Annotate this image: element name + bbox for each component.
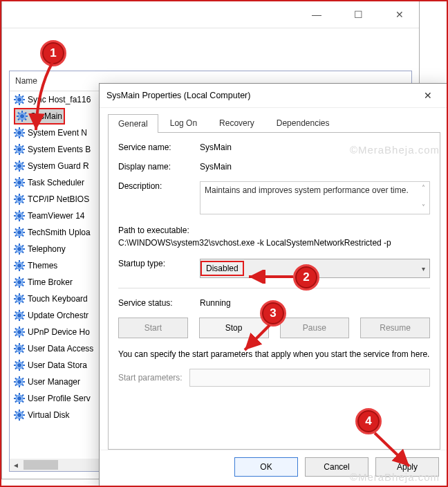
- service-label: TechSmith Uploa: [28, 228, 91, 237]
- gear-icon: [14, 327, 25, 338]
- annotation-marker-4: 4: [355, 408, 382, 434]
- description-scrollbar[interactable]: ˄ ˅: [418, 183, 428, 212]
- gear-icon: [14, 144, 25, 155]
- service-label: Touch Keyboard: [28, 294, 88, 304]
- gear-icon: [14, 227, 25, 238]
- gear-icon: [14, 277, 25, 288]
- service-label: Telephony: [28, 244, 66, 254]
- display-name-value: SysMain: [200, 162, 430, 172]
- dialog-close-button[interactable]: ✕: [414, 85, 442, 106]
- gear-icon: [14, 376, 25, 387]
- gear-icon: [14, 410, 25, 421]
- watermark: ©MeraBheja.com: [350, 471, 440, 483]
- start-params-input: [189, 369, 430, 387]
- gear-icon: [17, 111, 28, 122]
- pause-button[interactable]: Pause: [280, 318, 350, 338]
- svg-point-50: [17, 181, 21, 185]
- service-name-label: Service name:: [118, 143, 200, 152]
- service-label: System Event N: [28, 128, 87, 138]
- svg-point-150: [17, 347, 21, 351]
- service-label: Task Scheduler: [28, 178, 84, 187]
- service-label: SysMain: [30, 111, 62, 121]
- scroll-left-arrow[interactable]: ◄: [10, 459, 22, 471]
- service-label: TeamViewer 14: [28, 211, 85, 221]
- ok-button[interactable]: OK: [234, 457, 298, 477]
- parent-titlebar: — ☐ ✕: [2, 1, 419, 28]
- gear-icon: [14, 343, 25, 354]
- startup-type-value: Disabled: [200, 261, 244, 276]
- gear-icon: [14, 310, 25, 321]
- gear-icon: [14, 260, 25, 271]
- svg-point-70: [17, 214, 21, 218]
- svg-point-130: [17, 313, 21, 318]
- general-tab-panel: Service name: SysMain Display name: SysM…: [108, 133, 440, 450]
- gear-icon: [14, 94, 25, 105]
- start-params-label: Start parameters:: [118, 373, 183, 383]
- gear-icon: [14, 127, 25, 138]
- gear-icon: [14, 194, 25, 205]
- gear-icon: [14, 360, 25, 371]
- svg-point-90: [17, 247, 21, 251]
- service-label: UPnP Device Ho: [28, 327, 90, 337]
- service-status-label: Service status:: [118, 298, 200, 308]
- tab-logon[interactable]: Log On: [160, 113, 207, 132]
- service-label: Time Broker: [28, 277, 73, 287]
- display-name-label: Display name:: [118, 162, 200, 172]
- svg-point-170: [17, 380, 21, 384]
- annotation-marker-3: 3: [260, 300, 286, 327]
- service-label: User Data Stora: [28, 360, 87, 370]
- highlighted-service[interactable]: SysMain: [14, 108, 65, 125]
- svg-point-180: [17, 396, 21, 401]
- watermark: ©MeraBheja.com: [350, 144, 440, 156]
- svg-point-100: [17, 264, 21, 268]
- tab-general[interactable]: General: [108, 114, 158, 133]
- path-value: C:\WINDOWS\system32\svchost.exe -k Local…: [118, 237, 430, 249]
- service-label: Sync Host_fa116: [28, 95, 91, 104]
- close-button[interactable]: ✕: [386, 4, 413, 25]
- annotation-marker-2: 2: [293, 264, 319, 291]
- minimize-button[interactable]: —: [303, 4, 330, 25]
- annotation-marker-1: 1: [40, 40, 66, 66]
- scroll-down-icon[interactable]: ˅: [418, 203, 428, 212]
- gear-icon: [14, 210, 25, 221]
- maximize-button[interactable]: ☐: [344, 4, 372, 25]
- scroll-up-icon[interactable]: ˄: [418, 183, 428, 193]
- separator: [118, 288, 430, 288]
- svg-point-190: [17, 413, 21, 417]
- service-label: Virtual Disk: [28, 410, 69, 420]
- stop-button[interactable]: Stop: [199, 318, 269, 338]
- description-label: Description:: [118, 181, 200, 191]
- service-label: Update Orchestr: [28, 311, 88, 320]
- service-label: System Events B: [28, 145, 91, 154]
- gear-icon: [14, 244, 25, 255]
- tab-strip: General Log On Recovery Dependencies: [108, 113, 440, 133]
- svg-point-120: [17, 297, 21, 301]
- gear-icon: [14, 160, 25, 172]
- service-label: User Data Access: [28, 344, 93, 353]
- start-button[interactable]: Start: [118, 318, 188, 338]
- chevron-down-icon: ▾: [422, 265, 425, 273]
- service-label: User Profile Serv: [28, 394, 91, 403]
- resume-button[interactable]: Resume: [360, 318, 430, 338]
- gear-icon: [14, 293, 25, 304]
- service-label: User Manager: [28, 377, 80, 387]
- dialog-titlebar: SysMain Properties (Local Computer) ✕: [100, 84, 448, 108]
- service-status-value: Running: [200, 298, 430, 308]
- column-name-header[interactable]: Name: [15, 76, 37, 86]
- startup-type-label: Startup type:: [118, 259, 200, 268]
- svg-point-110: [17, 280, 21, 284]
- description-text: Maintains and improves system performanc…: [205, 185, 409, 195]
- service-label: System Guard R: [28, 161, 89, 171]
- svg-point-160: [17, 363, 21, 367]
- service-label: Themes: [28, 261, 57, 270]
- dialog-title: SysMain Properties (Local Computer): [106, 91, 250, 100]
- gear-icon: [14, 177, 25, 188]
- svg-point-10: [20, 114, 24, 118]
- tab-recovery[interactable]: Recovery: [209, 113, 265, 132]
- scroll-thumb[interactable]: [24, 460, 58, 470]
- tab-dependencies[interactable]: Dependencies: [266, 113, 340, 132]
- start-params-hint: You can specify the start parameters tha…: [118, 348, 430, 360]
- svg-point-140: [17, 330, 21, 334]
- svg-point-30: [17, 147, 21, 151]
- svg-point-20: [17, 131, 21, 135]
